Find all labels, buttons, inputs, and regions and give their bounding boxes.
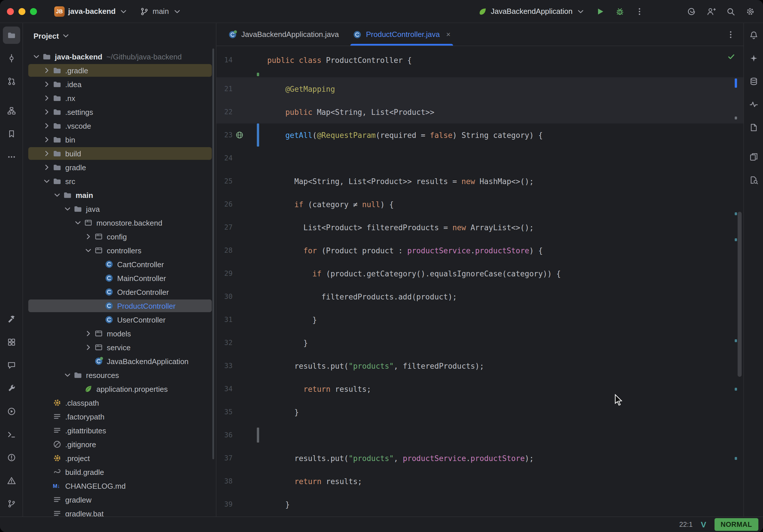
chevron-right-icon[interactable]: [42, 149, 52, 158]
code-line-28[interactable]: 28 for (Product product : productService…: [216, 239, 743, 262]
tab-javabackendapplication-java[interactable]: JavaBackendApplication.java: [221, 23, 346, 46]
tree-item-settings[interactable]: .settings: [23, 105, 216, 119]
chevron-right-icon[interactable]: [42, 163, 52, 172]
tree-item-gradlew-bat[interactable]: gradlew.bat: [23, 507, 216, 516]
tool-button-ai-chat[interactable]: [3, 357, 20, 374]
search-everywhere-button[interactable]: [722, 3, 739, 19]
tree-item-ordercontroller[interactable]: OrderController: [23, 285, 216, 299]
tree-item-gitignore[interactable]: .gitignore: [23, 437, 216, 451]
chevron-down-icon[interactable]: [42, 176, 52, 186]
chevron-right-icon[interactable]: [42, 107, 52, 117]
tree-item-gradle[interactable]: gradle: [23, 160, 216, 174]
more-actions-button[interactable]: [631, 3, 648, 19]
code-line-24[interactable]: 24: [216, 147, 743, 170]
code-line-22[interactable]: 22 public Map<String, List<Product>>: [216, 100, 743, 124]
tree-item-bin[interactable]: bin: [23, 133, 216, 147]
vim-mode-badge[interactable]: NORMAL: [714, 518, 758, 531]
tree-item-resources[interactable]: resources: [23, 368, 216, 382]
tool-button-structure[interactable]: [3, 102, 20, 119]
code-line-29[interactable]: 29 if (product.getCategory().equalsIgnor…: [216, 262, 743, 285]
tree-item-vscode[interactable]: .vscode: [23, 119, 216, 133]
tree-item-gradlew[interactable]: gradlew: [23, 493, 216, 507]
chevron-right-icon[interactable]: [83, 232, 93, 241]
tree-item-project[interactable]: .project: [23, 451, 216, 465]
chevron-right-icon[interactable]: [42, 135, 52, 144]
tree-item-src[interactable]: src: [23, 174, 216, 188]
tree-item-controllers[interactable]: controllers: [23, 244, 216, 257]
tool-button-build[interactable]: [3, 310, 20, 328]
tree-item-classpath[interactable]: .classpath: [23, 396, 216, 410]
tree-item-application-properties[interactable]: application.properties: [23, 382, 216, 396]
chevron-down-icon[interactable]: [52, 190, 62, 200]
tool-button-profiler[interactable]: [746, 96, 762, 113]
tool-button-database[interactable]: [746, 73, 762, 89]
tab-options-button[interactable]: [722, 27, 739, 43]
tool-button-problems[interactable]: [3, 449, 20, 466]
tree-item-idea[interactable]: .idea: [23, 77, 216, 91]
chevron-down-icon[interactable]: [31, 52, 41, 61]
minimize-window-button[interactable]: [19, 8, 25, 15]
tree-item-java[interactable]: java: [23, 202, 216, 216]
project-tree-scrollbar[interactable]: [212, 49, 214, 459]
code-line-21[interactable]: 21 @GetMapping: [216, 77, 743, 100]
debug-button[interactable]: [612, 3, 628, 19]
tree-item-build-gradle[interactable]: build.gradle: [23, 465, 216, 479]
tree-item-monostore-backend[interactable]: monostore.backend: [23, 216, 216, 230]
code-line-35[interactable]: 35 }: [216, 400, 743, 424]
code-line-32[interactable]: 32 }: [216, 331, 743, 354]
tool-button-more-tool-windows[interactable]: [3, 148, 20, 165]
chevron-right-icon[interactable]: [42, 80, 52, 89]
tree-item-nx[interactable]: .nx: [23, 91, 216, 105]
branch-widget[interactable]: main: [137, 4, 185, 18]
tool-button-warnings[interactable]: [3, 472, 20, 489]
editor-scrollbar[interactable]: [738, 212, 742, 377]
close-tab-icon[interactable]: ×: [446, 31, 451, 38]
tree-item-config[interactable]: config: [23, 230, 216, 244]
tool-button-run[interactable]: [3, 403, 20, 420]
chevron-right-icon[interactable]: [83, 329, 93, 338]
code-line-23[interactable]: 23 getAll(@RequestParam(required = false…: [216, 124, 743, 147]
code-line-34[interactable]: 34 return results;: [216, 377, 743, 400]
tool-button-find[interactable]: [746, 172, 762, 188]
tree-item-cartcontroller[interactable]: CartController: [23, 257, 216, 271]
tab-productcontroller-java[interactable]: ProductController.java×: [346, 23, 457, 46]
code-line-30[interactable]: 30 filteredProducts.add(product);: [216, 285, 743, 308]
code-line-36[interactable]: 36: [216, 424, 743, 447]
tree-item-maincontroller[interactable]: MainController: [23, 271, 216, 285]
code-line-31[interactable]: 31 }: [216, 308, 743, 331]
code-line-33[interactable]: 33 results.put("products", filteredProdu…: [216, 354, 743, 377]
tool-button-notifications[interactable]: [746, 27, 762, 43]
tree-item-models[interactable]: models: [23, 327, 216, 341]
tree-item-productcontroller[interactable]: ProductController: [23, 299, 216, 313]
chevron-down-icon[interactable]: [83, 246, 93, 255]
close-window-button[interactable]: [7, 8, 14, 15]
chevron-right-icon[interactable]: [42, 121, 52, 130]
chevron-down-icon[interactable]: [62, 204, 72, 213]
tree-item-gitattributes[interactable]: .gitattributes: [23, 424, 216, 437]
zoom-window-button[interactable]: [30, 8, 37, 15]
code-line-38[interactable]: 38 return results;: [216, 470, 743, 493]
tree-item-service[interactable]: service: [23, 341, 216, 354]
code-line-27[interactable]: 27 List<Product> filteredProducts = new …: [216, 216, 743, 239]
code-line-25[interactable]: 25 Map<String, List<Product>> results = …: [216, 170, 743, 193]
tool-button-project[interactable]: [3, 27, 20, 44]
run-config-widget[interactable]: JavaBackendApplication: [475, 4, 589, 18]
code-with-me-button[interactable]: [703, 3, 719, 19]
code-line-39[interactable]: 39 }: [216, 493, 743, 516]
project-widget[interactable]: JB java-backend: [51, 4, 132, 19]
chevron-right-icon[interactable]: [83, 343, 93, 352]
chevron-right-icon[interactable]: [42, 66, 52, 75]
tree-item-factorypath[interactable]: .factorypath: [23, 410, 216, 424]
tree-item-main[interactable]: main: [23, 188, 216, 202]
caret-position-widget[interactable]: 22:1: [679, 520, 693, 529]
tool-button-dependencies[interactable]: [746, 149, 762, 165]
tool-button-services[interactable]: [3, 334, 20, 351]
tree-item-usercontroller[interactable]: UserController: [23, 313, 216, 327]
tree-item-gradle[interactable]: .gradle: [23, 63, 216, 77]
run-button[interactable]: [592, 3, 608, 19]
code-line-37[interactable]: 37 results.put("products", productServic…: [216, 447, 743, 470]
ai-assistant-button[interactable]: [683, 3, 700, 19]
settings-button[interactable]: [742, 3, 758, 19]
code-line-14[interactable]: 14public class ProductController {: [216, 49, 743, 71]
code-area[interactable]: 14public class ProductController {21 @Ge…: [216, 46, 743, 516]
